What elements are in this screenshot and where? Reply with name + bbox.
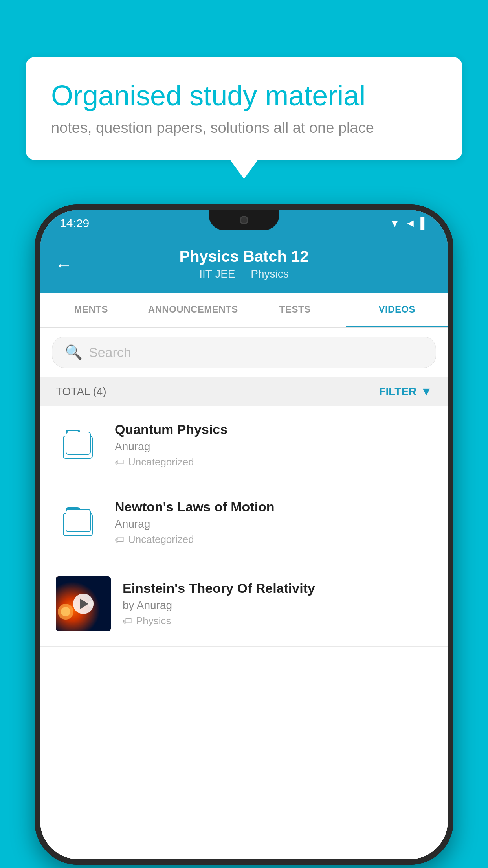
video-author: by Anurag — [123, 599, 432, 612]
total-count-label: TOTAL (4) — [56, 385, 106, 398]
video-thumbnail — [56, 576, 111, 631]
tag-text: Uncategorized — [128, 456, 194, 468]
search-bar[interactable]: 🔍 Search — [52, 337, 436, 368]
thumbnail-bg — [56, 576, 111, 631]
front-camera — [240, 216, 248, 224]
video-info: Einstein's Theory Of Relativity by Anura… — [123, 581, 432, 627]
tag-icon: 🏷 — [115, 534, 124, 545]
play-button[interactable] — [73, 594, 94, 614]
video-tag: 🏷 Physics — [123, 615, 432, 627]
video-info: Newton's Laws of Motion Anurag 🏷 Uncateg… — [115, 499, 432, 546]
bubble-subtitle: notes, question papers, solutions all at… — [51, 120, 437, 136]
list-item[interactable]: Einstein's Theory Of Relativity by Anura… — [40, 561, 448, 647]
app-header: ← Physics Batch 12 IIT JEE Physics — [40, 237, 448, 293]
bubble-title: Organised study material — [51, 79, 437, 112]
video-tag: 🏷 Uncategorized — [115, 456, 432, 468]
list-item[interactable]: Quantum Physics Anurag 🏷 Uncategorized — [40, 406, 448, 484]
video-title: Einstein's Theory Of Relativity — [123, 581, 432, 596]
filter-icon: ▼ — [420, 385, 432, 398]
filter-button[interactable]: FILTER ▼ — [379, 385, 432, 398]
signal-icon: ◄ — [405, 217, 416, 230]
folder-svg — [62, 429, 97, 461]
video-title: Newton's Laws of Motion — [115, 499, 432, 515]
folder-svg — [62, 507, 97, 538]
battery-icon: ▌ — [420, 217, 428, 230]
tag-icon: 🏷 — [123, 616, 132, 627]
svg-point-10 — [61, 607, 70, 616]
video-list: Quantum Physics Anurag 🏷 Uncategorized — [40, 406, 448, 859]
header-subtitle: IIT JEE Physics — [196, 268, 292, 280]
video-title: Quantum Physics — [115, 422, 432, 437]
tab-announcements[interactable]: ANNOUNCEMENTS — [142, 293, 244, 327]
speech-bubble: Organised study material notes, question… — [26, 57, 462, 160]
speech-bubble-container: Organised study material notes, question… — [26, 57, 462, 160]
tab-tests[interactable]: TESTS — [244, 293, 346, 327]
status-time: 14:29 — [60, 217, 89, 230]
phone-device: 14:29 ▼ ◄ ▌ ← Physics Batch 12 IIT JEE — [35, 204, 453, 865]
video-author: Anurag — [115, 440, 432, 453]
play-triangle-icon — [80, 598, 88, 609]
tag-icon: 🏷 — [115, 457, 124, 468]
subtitle-iit: IIT JEE — [199, 268, 235, 280]
filter-label: FILTER — [379, 385, 416, 398]
tag-text: Physics — [136, 615, 171, 627]
list-item[interactable]: Newton's Laws of Motion Anurag 🏷 Uncateg… — [40, 484, 448, 561]
folder-icon — [56, 499, 103, 546]
tab-videos[interactable]: VIDEOS — [346, 293, 448, 327]
back-button[interactable]: ← — [55, 255, 72, 275]
tag-text: Uncategorized — [128, 533, 194, 546]
search-icon: 🔍 — [65, 344, 83, 360]
svg-rect-3 — [66, 432, 90, 454]
status-icons: ▼ ◄ ▌ — [389, 217, 428, 230]
folder-icon — [56, 421, 103, 469]
video-info: Quantum Physics Anurag 🏷 Uncategorized — [115, 422, 432, 468]
svg-rect-7 — [66, 510, 90, 531]
search-placeholder: Search — [89, 345, 131, 360]
video-tag: 🏷 Uncategorized — [115, 533, 432, 546]
video-author: Anurag — [115, 518, 432, 530]
tab-ments[interactable]: MENTS — [40, 293, 142, 327]
notch — [209, 210, 279, 230]
tabs-bar: MENTS ANNOUNCEMENTS TESTS VIDEOS — [40, 293, 448, 328]
subtitle-physics: Physics — [251, 268, 288, 280]
filter-bar: TOTAL (4) FILTER ▼ — [40, 377, 448, 406]
wifi-icon: ▼ — [389, 217, 400, 230]
header-title: Physics Batch 12 — [179, 248, 308, 265]
phone-screen: 14:29 ▼ ◄ ▌ ← Physics Batch 12 IIT JEE — [40, 210, 448, 859]
search-container: 🔍 Search — [40, 328, 448, 377]
phone-frame: 14:29 ▼ ◄ ▌ ← Physics Batch 12 IIT JEE — [35, 204, 453, 865]
